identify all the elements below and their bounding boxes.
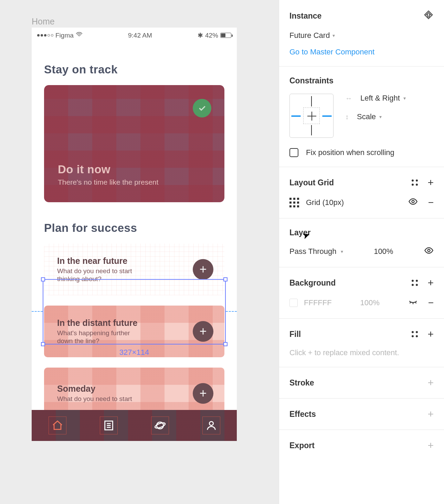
effects-panel: Effects + [279, 399, 444, 430]
background-hidden-toggle[interactable] [408, 297, 418, 309]
card-subtitle: What do you need to start thinking about… [57, 267, 147, 283]
instance-header: Instance [289, 11, 321, 21]
instance-panel: Instance Future Card ▾ Go to Master Comp… [279, 0, 444, 66]
add-stroke-button[interactable]: + [427, 377, 434, 389]
remove-layout-grid-button[interactable]: − [428, 197, 434, 208]
layout-grid-header: Layout Grid [289, 178, 334, 187]
wifi-icon [76, 31, 83, 40]
instance-name-dropdown[interactable]: Future Card ▾ [289, 31, 434, 40]
checkmark-icon[interactable] [193, 99, 211, 117]
chevron-down-icon: ▾ [379, 114, 382, 120]
chevron-down-icon: ▾ [341, 249, 343, 254]
bluetooth-icon: ✱ [198, 31, 203, 39]
phone-frame[interactable]: Figma 9:42 AM ✱ 42% Stay on track Do it … [32, 28, 237, 441]
add-fill-button[interactable]: + [427, 328, 434, 340]
chevron-down-icon: ▾ [332, 33, 335, 38]
tab-bar [32, 410, 237, 441]
svg-point-4 [412, 200, 414, 203]
status-bar: Figma 9:42 AM ✱ 42% [32, 28, 237, 42]
background-opacity-input[interactable]: 100% [360, 298, 380, 307]
fix-position-label: Fix position when scrolling [306, 148, 394, 157]
background-hex-input[interactable]: FFFFFF [304, 298, 332, 307]
grid-icon [289, 198, 299, 207]
canvas[interactable]: Home Figma 9:42 AM ✱ 42% Stay on track [0, 0, 279, 504]
battery-icon [220, 33, 231, 38]
selection-dimensions: 327×114 [43, 348, 226, 357]
go-to-master-link[interactable]: Go to Master Component [289, 48, 434, 56]
grid-visible-toggle[interactable] [408, 197, 418, 208]
constraints-header: Constraints [289, 76, 434, 85]
add-button[interactable]: + [193, 259, 213, 280]
fill-panel: Fill + Click + to replace mixed content. [279, 319, 444, 367]
horizontal-arrow-icon: ↔ [345, 94, 352, 102]
battery-percent: 42% [205, 32, 218, 39]
fill-hint: Click + to replace mixed content. [289, 348, 434, 357]
section-title-plan: Plan for success [44, 222, 224, 235]
export-panel: Export + [279, 430, 444, 461]
home-icon[interactable] [51, 419, 64, 432]
instance-name-value: Future Card [289, 31, 330, 40]
inspector-panel: Instance Future Card ▾ Go to Master Comp… [279, 0, 444, 504]
stroke-panel: Stroke + [279, 367, 444, 399]
add-effect-button[interactable]: + [427, 408, 434, 420]
layout-grid-panel: Layout Grid + Grid (10px) − [279, 167, 444, 218]
layer-panel: Layer Pass Through ▾ 100% [279, 218, 444, 267]
clock-label: 9:42 AM [128, 32, 152, 39]
future-card-near-future[interactable]: In the near future What do you need to s… [44, 244, 224, 295]
hero-title: Do it now [58, 163, 158, 176]
card-subtitle: What do you need to start [57, 395, 132, 403]
hero-card[interactable]: Do it now There's no time like the prese… [44, 85, 224, 202]
planet-icon[interactable] [154, 419, 166, 432]
add-button[interactable]: + [193, 321, 213, 342]
remove-background-button[interactable]: − [428, 297, 434, 308]
layer-opacity-input[interactable]: 100% [374, 247, 393, 256]
card-title: In the distant future [57, 318, 147, 328]
card-title: Someday [57, 384, 132, 394]
layer-visible-toggle[interactable] [424, 246, 434, 257]
section-title-stay: Stay on track [44, 63, 224, 76]
layout-grid-value: Grid (10px) [306, 198, 344, 207]
add-button[interactable]: + [193, 383, 213, 404]
vertical-constraint-dropdown[interactable]: ↕ Scale▾ [345, 112, 406, 121]
effects-header: Effects [289, 410, 316, 419]
chevron-down-icon: ▾ [403, 95, 406, 101]
profile-icon[interactable] [205, 419, 218, 432]
fix-position-checkbox[interactable] [289, 148, 298, 157]
horizontal-constraint-value: Left & Right [360, 94, 400, 103]
blend-mode-value: Pass Through [289, 247, 337, 256]
frame-label[interactable]: Home [32, 17, 55, 27]
constraints-panel: Constraints ↔ Left & Right▾ ↕ Scale▾ Fix [279, 66, 444, 167]
add-export-button[interactable]: + [427, 440, 434, 451]
constraints-widget[interactable] [289, 94, 334, 138]
layer-header: Layer [289, 228, 434, 237]
background-panel: Background + FFFFFF 100% − [279, 267, 444, 319]
stroke-header: Stroke [289, 378, 314, 388]
layout-grid-item[interactable]: Grid (10px) [289, 198, 344, 207]
signal-icon [37, 34, 53, 37]
background-styles-icon[interactable] [412, 280, 418, 286]
fill-styles-icon[interactable] [412, 331, 418, 337]
card-title: In the near future [57, 256, 147, 266]
grid-styles-icon[interactable] [412, 179, 418, 186]
add-layout-grid-button[interactable]: + [427, 177, 434, 188]
background-swatch[interactable] [289, 299, 298, 307]
vertical-arrow-icon: ↕ [345, 113, 349, 121]
hero-subtitle: There's no time like the present [58, 178, 158, 186]
add-background-button[interactable]: + [427, 277, 434, 289]
fix-position-checkbox-row[interactable]: Fix position when scrolling [289, 148, 434, 157]
vertical-constraint-value: Scale [357, 112, 376, 121]
card-subtitle: What's happening further down the line? [57, 329, 147, 345]
horizontal-constraint-dropdown[interactable]: ↔ Left & Right▾ [345, 94, 406, 103]
blend-mode-dropdown[interactable]: Pass Through ▾ [289, 247, 343, 256]
alignment-guide-left [32, 311, 43, 312]
carrier-label: Figma [55, 32, 74, 39]
svg-point-5 [427, 249, 430, 252]
reset-instance-icon[interactable] [423, 10, 434, 22]
list-icon[interactable] [103, 419, 115, 432]
fill-header: Fill [289, 330, 301, 339]
export-header: Export [289, 441, 315, 450]
background-header: Background [289, 278, 336, 288]
alignment-guide-right [226, 311, 237, 312]
